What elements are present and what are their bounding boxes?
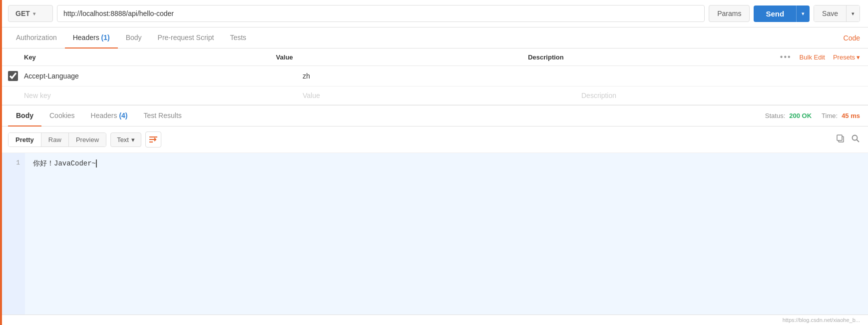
new-header-row: New key Value Description	[0, 86, 868, 105]
request-bar: GET ▾ Params Send ▾ Save ▾	[0, 0, 868, 28]
presets-chevron-icon: ▾	[857, 54, 860, 61]
method-chevron-icon: ▾	[33, 11, 35, 16]
left-accent	[0, 0, 2, 325]
new-value-input[interactable]: Value	[303, 92, 581, 100]
response-text: 你好！JavaCoder~	[33, 160, 96, 168]
time-label: Time:	[822, 112, 838, 120]
line-numbers: 1	[0, 153, 25, 314]
new-key-input[interactable]: New key	[24, 92, 303, 100]
save-button[interactable]: Save	[814, 6, 846, 22]
status-label: Status:	[765, 112, 785, 120]
format-preview-button[interactable]: Preview	[69, 133, 106, 146]
save-dropdown-button[interactable]: ▾	[846, 6, 860, 22]
headers-toolbar: Key Value Description ••• Bulk Edit Pres…	[0, 48, 868, 66]
wrap-svg-icon	[149, 135, 158, 144]
header-value-cell: zh	[303, 72, 581, 80]
bulk-edit-button[interactable]: Bulk Edit	[800, 54, 825, 61]
svg-rect-4	[837, 135, 842, 140]
more-icon[interactable]: •••	[780, 52, 792, 62]
col-actions: ••• Bulk Edit Presets ▾	[780, 52, 860, 62]
tab-body[interactable]: Body	[118, 28, 150, 48]
method-selector[interactable]: GET ▾	[8, 5, 53, 22]
col-key-label: Key	[8, 54, 276, 61]
resp-tab-body[interactable]: Body	[8, 106, 41, 126]
status-value: 200 OK	[789, 112, 812, 120]
wrap-icon[interactable]	[145, 132, 161, 148]
response-body-toolbar: Pretty Raw Preview Text ▾	[0, 126, 868, 153]
tab-pre-request-script[interactable]: Pre-request Script	[150, 28, 222, 48]
search-button[interactable]	[851, 134, 860, 146]
format-raw-button[interactable]: Raw	[41, 133, 69, 146]
send-button[interactable]: Send	[754, 6, 796, 22]
resp-tab-cookies[interactable]: Cookies	[41, 106, 83, 126]
search-icon	[851, 134, 860, 143]
tab-authorization[interactable]: Authorization	[8, 28, 65, 48]
copy-button[interactable]	[836, 134, 845, 146]
format-pretty-button[interactable]: Pretty	[8, 133, 41, 146]
svg-point-5	[853, 135, 858, 140]
format-group: Pretty Raw Preview	[8, 132, 106, 147]
response-body-content: 1 你好！JavaCoder~	[0, 153, 868, 314]
col-description-label: Description	[528, 54, 780, 61]
resp-tab-headers[interactable]: Headers (4)	[83, 106, 136, 126]
type-selector[interactable]: Text ▾	[110, 132, 141, 147]
type-chevron-icon: ▾	[131, 136, 135, 144]
send-button-group: Send ▾	[754, 6, 810, 22]
response-right-icons	[836, 134, 860, 146]
line-number: 1	[5, 159, 20, 166]
bottom-url-hint: https://blog.csdn.net/xiaohe_b...	[783, 317, 860, 323]
presets-button[interactable]: Presets ▾	[833, 54, 860, 61]
send-dropdown-button[interactable]: ▾	[796, 6, 810, 22]
header-key-cell: Accept-Language	[24, 72, 303, 80]
params-button[interactable]: Params	[709, 5, 750, 22]
response-code: 你好！JavaCoder~	[25, 153, 868, 314]
svg-line-6	[857, 140, 860, 142]
response-section: Body Cookies Headers (4) Test Results St…	[0, 106, 868, 314]
response-status-bar: Status: 200 OK Time: 45 ms	[765, 112, 860, 120]
bottom-hint: https://blog.csdn.net/xiaohe_b...	[0, 314, 868, 325]
new-description-input[interactable]: Description	[581, 92, 860, 100]
tab-headers[interactable]: Headers (1)	[65, 28, 118, 48]
tab-tests[interactable]: Tests	[222, 28, 254, 48]
row-checkbox[interactable]	[8, 71, 18, 81]
copy-icon	[836, 134, 845, 143]
response-tabs-bar: Body Cookies Headers (4) Test Results St…	[0, 106, 868, 126]
table-row: Accept-Language zh	[0, 66, 868, 86]
cursor	[96, 160, 101, 168]
request-tabs: Authorization Headers (1) Body Pre-reque…	[0, 28, 868, 48]
headers-section: Key Value Description ••• Bulk Edit Pres…	[0, 48, 868, 106]
time-value: 45 ms	[842, 112, 860, 120]
resp-tab-test-results[interactable]: Test Results	[136, 106, 190, 126]
save-button-group: Save ▾	[814, 5, 860, 22]
url-input[interactable]	[57, 5, 705, 22]
method-label: GET	[15, 10, 30, 18]
col-value-label: Value	[276, 54, 528, 61]
type-label: Text	[117, 136, 129, 144]
code-link[interactable]: Code	[844, 28, 860, 48]
